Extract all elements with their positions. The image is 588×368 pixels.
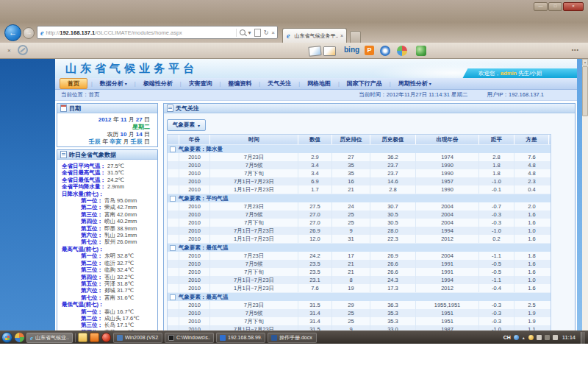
expand-checkbox[interactable] [170, 245, 176, 251]
nav-item-5[interactable]: 天气关注 [261, 79, 298, 88]
tray-security-icon[interactable] [528, 335, 534, 340]
scrollbar-thumb[interactable] [582, 66, 588, 116]
pinned-media-app-icon[interactable] [15, 333, 24, 342]
table-cell: 7月1日~7月23日 [210, 177, 298, 185]
table-row[interactable]: 20107月23日2.92736.219742.87.6 [168, 153, 551, 161]
nav-item-2[interactable]: 极端性分析 [137, 79, 179, 88]
table-row[interactable]: 20107月1日~7月23日6.91614.61957-1.02.3 [168, 177, 551, 185]
element-filter-button[interactable]: 气象要素 ▾ [167, 119, 206, 131]
table-row[interactable]: 20107月23日27.52430.72004-0.72.0 [168, 202, 551, 210]
back-button[interactable]: ← [4, 24, 21, 41]
start-button[interactable] [1, 332, 12, 343]
table-row[interactable]: 20107月下旬31.42535.31951-0.31.9 [168, 317, 551, 325]
nav-item-7[interactable]: 国家下行产品 [340, 79, 389, 88]
rank-row: 第一位：东明 32.8℃ [62, 252, 154, 259]
expand-checkbox[interactable] [170, 294, 176, 300]
toolbar-media-icon[interactable] [380, 46, 390, 56]
nav-item-3[interactable]: 灾害查询 [182, 79, 219, 88]
table-cell: 1.6 [514, 210, 549, 219]
expand-checkbox[interactable] [170, 146, 176, 152]
rank-label: 第一位： [62, 308, 103, 315]
bing-box-icon[interactable]: P [365, 46, 374, 55]
table-row[interactable]: 20107月5候31.42535.31951-0.31.9 [168, 309, 551, 317]
table-cell: 23.7 [370, 169, 416, 177]
table-row[interactable]: 20101月1日~7月23日7.61917.32012-0.41.6 [168, 284, 551, 292]
ime-indicator[interactable]: CH [503, 335, 511, 340]
search-dropdown-icon[interactable]: ▾ [248, 29, 251, 36]
table-group-row[interactable]: 气象要素：最低气温 [168, 243, 551, 252]
stop-icon[interactable]: × [271, 29, 275, 36]
toolbar-overflow-icon[interactable]: ••• [572, 47, 579, 52]
taskbar-button-1[interactable]: Win2008 (VS2... [113, 333, 162, 343]
tray-network-icon[interactable] [514, 335, 519, 340]
nav-item-6[interactable]: 网格地图 [301, 79, 337, 88]
table-row[interactable]: 20107月5候3.43523.719901.84.8 [168, 161, 551, 169]
table-group-row[interactable]: 气象要素：降水量 [168, 144, 551, 153]
refresh-icon[interactable]: ↻ [264, 29, 269, 36]
table-row[interactable]: 20107月23日31.52936.31955,1951-0.32.5 [168, 301, 551, 309]
toolbar-card-icon-2[interactable] [323, 46, 336, 56]
taskbar-button-ie[interactable]: e山东省气候业... [26, 333, 73, 343]
table-cell: 26.6 [370, 260, 416, 268]
bing-logo[interactable]: bing [344, 46, 359, 54]
scroll-up-icon[interactable]: ▲ [582, 59, 588, 66]
table-row[interactable]: 20107月下旬3.43523.719901.84.8 [168, 169, 551, 177]
close-button[interactable]: × [563, 2, 584, 11]
table-group-row[interactable]: 气象要素：平均气温 [168, 194, 551, 202]
toolbar-card-icon-1[interactable] [308, 46, 321, 57]
pinned-explorer-icon[interactable] [78, 333, 87, 342]
table-row[interactable]: 20107月下旬27.02530.52004-0.31.6 [168, 219, 551, 227]
tray-volume-icon[interactable] [553, 335, 558, 340]
show-desktop-button[interactable] [581, 332, 585, 344]
tab-close-icon[interactable]: × [340, 33, 343, 38]
blocked-addon-icon[interactable] [18, 45, 28, 55]
vertical-scrollbar[interactable]: ▲ ▲ [582, 59, 588, 344]
table-row[interactable]: 20107月5候23.52126.61991-0.51.6 [168, 260, 551, 268]
table-row[interactable]: 20107月1日~7月23日26.9928.01994-1.01.0 [168, 227, 551, 235]
minimize-button[interactable]: — [534, 2, 548, 11]
taskbar-button-4[interactable]: 操作手册.docx ... [268, 333, 317, 343]
nav-item-0[interactable]: 首页 [60, 78, 87, 89]
toolbar-palette-icon[interactable] [397, 46, 407, 56]
table-row[interactable]: 20107月23日24.21726.92004-1.11.8 [168, 252, 551, 260]
page-right-background [577, 59, 582, 344]
pinned-app-orange-icon[interactable] [90, 333, 99, 342]
compatibility-view-icon[interactable] [254, 29, 261, 37]
expand-checkbox[interactable] [170, 196, 176, 202]
table-row[interactable]: 20101月1日~7月23日12.03122.320120.21.6 [168, 235, 551, 243]
maximize-button[interactable]: □ [548, 2, 562, 11]
taskbar-button-2[interactable]: C:\Windows\s... [165, 333, 214, 343]
toolbar-community-icon[interactable] [416, 46, 426, 56]
table-cell: 2010 [179, 301, 210, 309]
table-cell: 1.8 [479, 161, 514, 169]
nav-item-1[interactable]: 数据分析▾ [93, 79, 134, 88]
table-row[interactable]: 20107月5候27.02530.52004-0.31.6 [168, 210, 551, 219]
welcome-banner: 欢迎您，admin 先生/小姐 [459, 68, 577, 78]
tray-display-icon[interactable] [545, 335, 550, 340]
forward-button[interactable]: → [23, 27, 35, 39]
table-cell: 30.5 [370, 219, 416, 227]
new-tab-button[interactable] [350, 31, 361, 43]
tray-flag-icon[interactable] [537, 335, 542, 340]
address-bar[interactable]: e http://192.168.137.1/GLCCLIMATE/module… [37, 26, 278, 39]
browser-tab[interactable]: e 山东省气候业务平... × [282, 28, 347, 43]
table-cell: 7月1日~7月23日 [210, 227, 298, 235]
table-cell: 27.0 [298, 210, 332, 219]
rank-row: 第三位：临朐 32.4℃ [62, 266, 154, 273]
table-row[interactable]: 20101月1日~7月23日1.7212.81990-0.10.4 [168, 185, 551, 194]
nav-item-4[interactable]: 整编资料 [221, 79, 258, 88]
pinned-browser-icon[interactable] [101, 333, 111, 342]
table-row[interactable]: 20107月下旬23.52126.61991-0.51.6 [168, 268, 551, 276]
rank-label: 第六位： [62, 232, 103, 238]
taskbar-button-3[interactable]: 192.168.58.99... [216, 333, 265, 343]
table-group-row[interactable]: 气象要素：最高气温 [168, 292, 551, 301]
table-cell: 2004 [416, 219, 479, 227]
url-text: http://192.168.137.1/GLCCLIMATE/modules/… [46, 29, 235, 36]
taskbar-clock[interactable]: 11:14 [562, 334, 576, 341]
tray-expand-icon[interactable]: ▲ [522, 336, 526, 340]
search-icon[interactable] [240, 29, 245, 35]
table-row[interactable]: 20107月1日~7月23日23.1824.31994-1.11.0 [168, 276, 551, 284]
toolbar-close-icon[interactable]: × [7, 47, 11, 54]
nav-item-8[interactable]: 周期性分析▾ [392, 79, 438, 88]
table-cell: -1.0 [479, 227, 514, 235]
